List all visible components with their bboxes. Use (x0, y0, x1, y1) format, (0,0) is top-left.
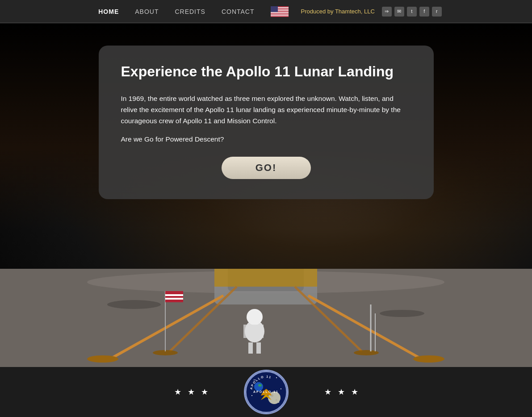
nav-about[interactable]: ABOUT (127, 8, 167, 15)
nav-credits[interactable]: CREDITS (167, 8, 213, 15)
star-1: ★ (174, 387, 181, 397)
svg-rect-27 (248, 342, 253, 354)
producer-label: Produced by Thamtech, LLC (301, 8, 375, 15)
svg-point-48 (276, 399, 277, 401)
card-title: Experience the Apollo 11 Lunar Landing (121, 63, 411, 80)
svg-point-45 (258, 384, 262, 387)
info-card: Experience the Apollo 11 Lunar Landing I… (99, 46, 434, 199)
svg-point-39 (276, 377, 277, 378)
svg-point-22 (413, 355, 444, 363)
svg-point-10 (107, 300, 161, 309)
svg-rect-31 (165, 291, 183, 302)
svg-rect-29 (243, 325, 264, 338)
svg-point-11 (380, 310, 424, 317)
apollo-badge-text: APOLLO 11 (253, 390, 279, 394)
go-button[interactable]: GO! (222, 157, 311, 179)
svg-rect-6 (271, 15, 289, 16)
svg-point-41 (251, 395, 252, 396)
social-icons-group: ⇒ ✉ t f r (382, 7, 442, 17)
svg-rect-5 (271, 13, 289, 14)
navbar: HOME ABOUT CREDITS CONTACT Produced by T… (0, 0, 532, 23)
card-description: In 1969, the entire world watched as thr… (121, 93, 411, 126)
twitter-icon[interactable]: t (407, 7, 417, 17)
reddit-icon[interactable]: r (432, 7, 442, 17)
star-3: ★ (201, 387, 208, 397)
stars-right: ★ ★ ★ (324, 387, 358, 397)
svg-rect-32 (165, 294, 183, 296)
svg-point-26 (247, 309, 263, 325)
svg-rect-4 (271, 12, 289, 13)
stars-left: ★ ★ ★ (174, 387, 208, 397)
star-6: ★ (351, 387, 358, 397)
star-4: ★ (324, 387, 331, 397)
svg-point-21 (87, 355, 118, 363)
lunar-ground (0, 269, 532, 367)
svg-rect-7 (271, 6, 278, 12)
svg-rect-33 (165, 298, 183, 300)
apollo-badge[interactable]: APOLLO 11 APOLLO 11 (244, 370, 289, 414)
nav-home[interactable]: HOME (90, 8, 127, 15)
facebook-icon[interactable]: f (419, 7, 429, 17)
svg-rect-28 (256, 342, 261, 354)
star-5: ★ (338, 387, 345, 397)
card-tagline: Are we Go for Powered Descent? (121, 135, 411, 143)
share-icon[interactable]: ⇒ (382, 7, 392, 17)
hero-section: Experience the Apollo 11 Lunar Landing I… (0, 23, 532, 367)
svg-point-40 (281, 388, 281, 389)
svg-rect-14 (214, 269, 317, 287)
bottom-bar: ★ ★ ★ APOLLO 11 (0, 367, 532, 417)
nav-contact[interactable]: CONTACT (214, 8, 263, 15)
star-2: ★ (188, 387, 195, 397)
language-flag[interactable] (271, 6, 289, 17)
email-icon[interactable]: ✉ (394, 7, 404, 17)
